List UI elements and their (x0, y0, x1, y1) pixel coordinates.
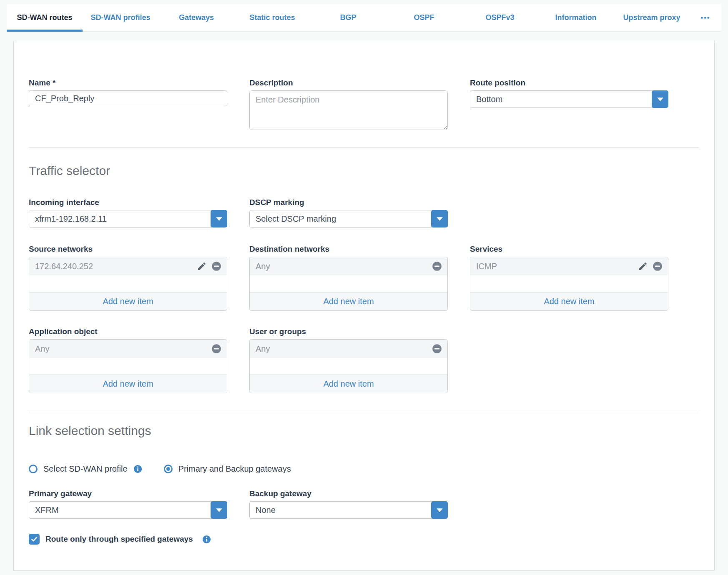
backup-gateway-label: Backup gateway (249, 489, 448, 499)
tab-static-routes[interactable]: Static routes (234, 4, 310, 31)
route-only-row: Route only through specified gateways (29, 534, 699, 545)
primary-backup-radio-label: Primary and Backup gateways (178, 464, 291, 474)
remove-icon[interactable] (432, 261, 442, 272)
list-item: ICMP (470, 257, 668, 275)
section-divider (29, 413, 699, 413)
user-or-groups-listbox: Any Add new item (249, 339, 448, 393)
tab-sdwan-profiles[interactable]: SD-WAN profiles (83, 4, 158, 31)
application-object-listbox: Any Add new item (29, 339, 227, 393)
tab-ospfv3[interactable]: OSPFv3 (462, 4, 538, 31)
edit-icon[interactable] (197, 261, 207, 271)
application-object-group: Application object Any Add new item (29, 327, 227, 393)
listbox-empty-area (250, 358, 447, 375)
general-row: Name * Description Route position Bottom (29, 78, 699, 132)
listbox-empty-area (250, 275, 447, 292)
source-networks-listbox: 172.64.240.252 Add new item (29, 257, 227, 311)
name-input[interactable] (29, 90, 227, 106)
backup-gateway-group: Backup gateway None (249, 489, 448, 519)
description-field-group: Description (249, 78, 448, 132)
incoming-interface-select[interactable]: xfrm1-192.168.2.11 (29, 210, 227, 228)
description-label: Description (249, 78, 448, 88)
destination-networks-label: Destination networks (249, 244, 448, 254)
listbox-empty-area (29, 358, 227, 375)
list-item-text: ICMP (476, 262, 497, 271)
link-selection-heading: Link selection settings (29, 422, 699, 439)
add-new-item-button[interactable]: Add new item (470, 292, 668, 310)
remove-icon[interactable] (211, 261, 222, 272)
source-networks-label: Source networks (29, 244, 227, 254)
destination-networks-listbox: Any Add new item (249, 257, 448, 311)
add-new-item-button[interactable]: Add new item (29, 292, 227, 310)
chevron-down-icon[interactable] (211, 210, 227, 228)
source-networks-group: Source networks 172.64.240.252 Add new i… (29, 244, 227, 311)
info-icon[interactable] (133, 465, 142, 473)
incoming-interface-label: Incoming interface (29, 198, 227, 208)
tab-label: OSPF (414, 13, 434, 22)
gateways-row: Primary gateway XFRM Backup gateway None (29, 489, 699, 519)
primary-gateway-select[interactable]: XFRM (29, 501, 227, 519)
tab-label: Upstream proxy (623, 13, 680, 22)
tab-sdwan-routes[interactable]: SD-WAN routes (7, 4, 83, 31)
tab-information[interactable]: Information (538, 4, 614, 31)
list-item: Any (250, 257, 447, 275)
info-icon[interactable] (202, 535, 211, 544)
interface-row: Incoming interface xfrm1-192.168.2.11 DS… (29, 198, 699, 228)
add-new-item-button[interactable]: Add new item (250, 292, 447, 310)
tab-label: BGP (340, 13, 356, 22)
name-label: Name * (29, 78, 227, 88)
tab-label: SD-WAN profiles (90, 13, 150, 22)
add-new-item-button[interactable]: Add new item (29, 375, 227, 393)
primary-gateway-group: Primary gateway XFRM (29, 489, 227, 519)
sdwan-profile-radio[interactable] (29, 465, 38, 473)
list-item: Any (250, 340, 447, 358)
dscp-marking-value: Select DSCP marking (256, 214, 336, 224)
tab-overflow-menu[interactable]: ••• (690, 4, 721, 31)
chevron-down-icon[interactable] (211, 501, 227, 519)
list-item: 172.64.240.252 (29, 257, 227, 275)
user-or-groups-group: User or groups Any Add new item (249, 327, 448, 393)
section-divider (29, 147, 699, 148)
remove-icon[interactable] (211, 343, 222, 354)
backup-gateway-value: None (256, 505, 276, 515)
description-textarea[interactable] (249, 90, 448, 130)
dscp-marking-select[interactable]: Select DSCP marking (249, 210, 448, 228)
services-label: Services (470, 244, 668, 254)
tab-bgp[interactable]: BGP (310, 4, 386, 31)
ellipsis-icon: ••• (701, 14, 710, 22)
incoming-interface-group: Incoming interface xfrm1-192.168.2.11 (29, 198, 227, 228)
list-item-text: Any (256, 344, 270, 354)
chevron-down-icon[interactable] (652, 90, 668, 108)
tab-ospf[interactable]: OSPF (386, 4, 462, 31)
dscp-marking-label: DSCP marking (249, 198, 448, 208)
primary-gateway-value: XFRM (35, 505, 59, 515)
incoming-interface-value: xfrm1-192.168.2.11 (35, 214, 107, 224)
list-item: Any (29, 340, 227, 358)
route-position-select[interactable]: Bottom (470, 90, 668, 108)
backup-gateway-select[interactable]: None (249, 501, 448, 519)
primary-gateway-label: Primary gateway (29, 489, 227, 499)
link-selection-radio-row: Select SD-WAN profile Primary and Backup… (29, 464, 699, 474)
list-item-text: 172.64.240.252 (35, 262, 93, 271)
add-new-item-button[interactable]: Add new item (250, 375, 447, 393)
services-listbox: ICMP Add new item (470, 257, 668, 311)
tab-label: SD-WAN routes (17, 13, 72, 22)
tab-gateways[interactable]: Gateways (158, 4, 234, 31)
remove-icon[interactable] (652, 261, 663, 272)
tab-label: OSPFv3 (485, 13, 514, 22)
list-item-text: Any (35, 344, 49, 354)
services-group: Services ICMP Add new item (470, 244, 668, 311)
radio-group-primary-backup: Primary and Backup gateways (164, 464, 291, 474)
route-only-checkbox[interactable] (29, 534, 40, 545)
tab-upstream-proxy[interactable]: Upstream proxy (614, 4, 690, 31)
route-only-label: Route only through specified gateways (45, 535, 193, 544)
chevron-down-icon[interactable] (431, 501, 448, 519)
networks-row: Source networks 172.64.240.252 Add new i… (29, 244, 699, 311)
edit-icon[interactable] (638, 261, 648, 271)
application-object-label: Application object (29, 327, 227, 337)
radio-group-sdwan-profile: Select SD-WAN profile (29, 464, 142, 474)
primary-backup-radio[interactable] (164, 465, 173, 473)
tab-label: Information (555, 13, 597, 22)
listbox-empty-area (29, 275, 227, 292)
chevron-down-icon[interactable] (431, 210, 448, 228)
remove-icon[interactable] (432, 343, 442, 354)
